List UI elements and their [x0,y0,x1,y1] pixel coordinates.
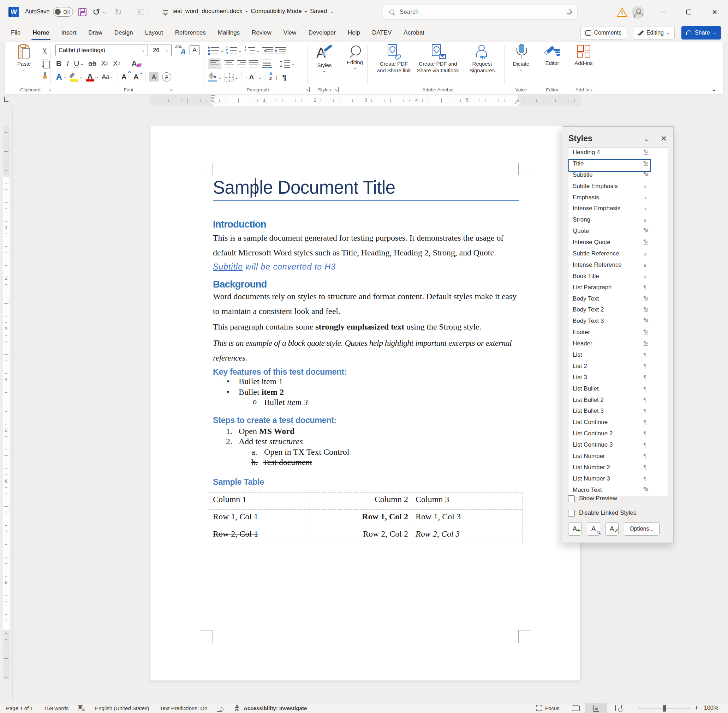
style-list-item[interactable]: List Bullet 2 ¶ [568,395,668,407]
table-cell[interactable]: Column 1 [209,492,310,510]
editing-menu-chevron-icon[interactable]: ⌄ [353,66,357,70]
ribbon-tab[interactable]: Review [246,24,278,42]
style-list-item[interactable]: Subtle Reference a [568,249,668,260]
style-list-item[interactable]: List Bullet ¶ [568,384,668,395]
table-cell[interactable]: Row 2, Col 2 [310,527,412,544]
bullet-list-item[interactable]: •Bullet item 1 [213,376,519,387]
multilevel-chevron-icon[interactable]: ⌄ [256,49,260,53]
heading-sample-table[interactable]: Sample Table [213,477,519,487]
ribbon-tab[interactable]: Home [27,24,55,42]
font-size-select[interactable]: 26 ⌄ [150,44,172,56]
disable-linked-styles-checkbox[interactable]: Disable Linked Styles [568,509,637,516]
strikethrough-button[interactable]: ab [89,60,96,68]
font-size-chevron-icon[interactable]: ⌄ [164,48,169,52]
save-button[interactable] [78,7,87,17]
read-mode-button[interactable] [572,703,580,713]
close-button[interactable]: ✕ [707,7,722,17]
zoom-in-button[interactable]: + [694,703,698,713]
decrease-indent-button[interactable] [262,47,273,55]
vertical-ruler[interactable]: 12345678 [0,106,12,703]
styles-gallery-button[interactable]: A Styles ⌄ [311,45,338,73]
hanging-indent-marker[interactable] [211,100,215,104]
bullets-chevron-icon[interactable]: ⌄ [220,49,224,53]
styles-dialog-launcher-icon[interactable] [333,87,339,92]
undo-chevron-icon[interactable]: ⌄ [102,10,107,15]
phonetic-guide-button[interactable]: abcA [174,45,187,55]
multilevel-list-button[interactable]: ⌄ [244,46,260,55]
style-list-item[interactable]: Intense Reference a [568,260,668,271]
zoom-level[interactable]: 100% [704,703,719,713]
ribbon-tab[interactable]: Layout [139,24,169,42]
asian-layout-chevron-icon[interactable]: ⌄ [258,75,262,80]
align-left-button[interactable] [208,58,221,69]
language-indicator[interactable]: English (United States) [95,703,149,713]
text-effects-chevron-icon[interactable]: ⌄ [63,75,67,79]
increase-indent-button[interactable] [275,47,286,55]
bold-button[interactable]: B [56,59,61,68]
word-count[interactable]: 159 words [44,703,69,713]
ribbon-tab[interactable]: DATEV [366,24,398,42]
distributed-button[interactable] [262,60,272,68]
style-list-item[interactable]: Subtle Emphasis a [568,182,668,193]
bullet-list-item[interactable]: oBullet item 3 [213,397,519,408]
paragraph-strong[interactable]: This paragraph contains some strongly em… [213,319,519,334]
heading-introduction[interactable]: Introduction [213,219,519,230]
customize-qat-button[interactable] [163,7,168,17]
table-cell[interactable]: Row 1, Col 1 [209,510,310,527]
autosave-toggle[interactable]: Off [53,7,73,16]
show-preview-checkbox[interactable]: Show Preview [568,495,617,502]
ribbon-tab[interactable]: Help [342,24,366,42]
style-list-item[interactable]: Header ¶a [568,339,668,351]
style-list-item[interactable]: Book Title a [568,271,668,283]
text-predictions-indicator[interactable]: Text Predictions: On [160,703,207,713]
table-cell[interactable]: Row 1, Col 2 [310,510,412,527]
style-list-item[interactable]: Title ¶a [568,159,668,170]
style-list-item[interactable]: Quote ¶a [568,227,668,238]
table-cell[interactable]: Row 1, Col 3 [412,510,523,527]
style-list-item[interactable]: List Continue ¶ [568,418,668,429]
table-cell[interactable]: Row 2, Col 3 [412,527,523,544]
style-list-item[interactable]: List 3 ¶ [568,373,668,384]
style-list-item[interactable]: List Paragraph ¶ [568,283,668,294]
font-dialog-launcher-icon[interactable] [168,87,173,92]
clipboard-dialog-launcher-icon[interactable] [47,87,52,92]
heading-key-features[interactable]: Key features of this test document: [213,367,519,377]
font-color-button[interactable]: A⌄ [86,72,98,82]
share-button[interactable]: Share⌄ [682,26,721,40]
horizontal-ruler[interactable]: 12345 [150,94,581,106]
character-shading-button[interactable]: A [149,72,158,82]
accessibility-status[interactable]: Accessibility: Investigate [244,703,307,713]
styles-chevron-icon[interactable]: ⌄ [322,69,327,73]
show-formatting-marks-button[interactable]: ¶ [282,73,286,82]
borders-button[interactable]: ⌄ [224,73,238,82]
ribbon-tab[interactable]: View [278,24,303,42]
style-list-item[interactable]: Body Text ¶a [568,294,668,306]
collapse-ribbon-chevron-icon[interactable]: ⌄ [708,87,720,92]
ribbon-tab[interactable]: Developer [302,24,342,42]
search-input[interactable]: Search [383,4,578,20]
manage-styles-button[interactable]: A✓ [605,522,619,535]
asian-layout-button[interactable]: A⌄ [245,73,262,81]
account-avatar[interactable] [632,6,644,19]
print-layout-button[interactable] [585,703,607,713]
editing-status-button[interactable] [217,703,223,713]
styles-pane-menu-chevron-icon[interactable]: ⌄ [640,135,654,143]
ribbon-tab[interactable]: Mailings [212,24,246,42]
ribbon-tab[interactable]: File [5,24,27,42]
numbering-chevron-icon[interactable]: ⌄ [238,49,242,53]
underline-chevron-icon[interactable]: ⌄ [80,61,84,66]
style-list-item[interactable]: List Bullet 3 ¶ [568,406,668,418]
paragraph-quote[interactable]: This is an example of a block quote styl… [213,336,519,365]
numbered-list-item[interactable]: a.Open in TX Text Control [213,447,519,458]
addins-button[interactable]: Add-ins [570,45,598,66]
word-logo-icon[interactable]: W [9,7,19,17]
change-case-button[interactable]: Aa⌄ [102,73,114,81]
redo-button[interactable]: ↻ [114,7,122,17]
tab-stop-selector[interactable] [4,97,9,102]
table-cell[interactable]: Column 2 [310,492,412,510]
clear-formatting-button[interactable]: A [132,59,141,68]
undo-button[interactable]: ↺⌄ [93,7,106,17]
dictate-chevron-icon[interactable]: ⌄ [519,67,523,72]
accessibility-button[interactable] [234,703,240,713]
style-list-item[interactable]: List Number ¶ [568,452,668,463]
